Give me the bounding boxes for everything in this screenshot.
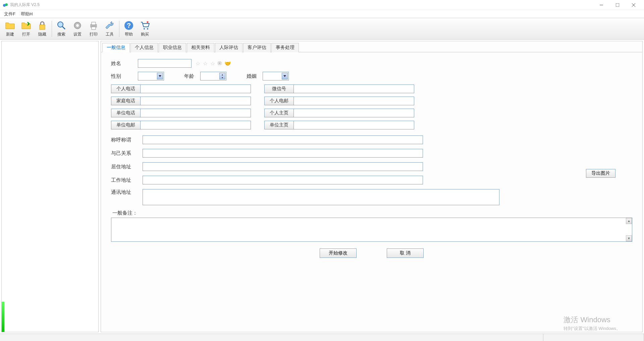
tb-search[interactable]: 搜索 bbox=[53, 19, 69, 38]
input-personal-email[interactable] bbox=[293, 97, 414, 105]
content-panel: 一般信息 个人信息 职业信息 相关资料 人际评估 客户评估 事务处理 姓名 ☆ … bbox=[101, 41, 643, 332]
input-mail-addr[interactable] bbox=[143, 189, 499, 205]
combo-gender[interactable] bbox=[138, 72, 164, 80]
money-icon[interactable]: ֎ bbox=[217, 60, 222, 66]
gear-icon bbox=[72, 20, 83, 31]
svg-point-1 bbox=[5, 3, 8, 6]
btn-home-phone[interactable]: 家庭电话 bbox=[111, 97, 141, 105]
star-icon[interactable]: ☆ bbox=[210, 60, 215, 67]
cancel-button[interactable]: 取 消 bbox=[387, 248, 424, 258]
svg-rect-12 bbox=[92, 22, 96, 25]
tb-buy[interactable]: 购买 bbox=[137, 19, 153, 38]
wrench-icon bbox=[104, 20, 115, 31]
textarea-remarks[interactable]: ▲▼ bbox=[111, 218, 632, 242]
btn-personal-email[interactable]: 个人电邮 bbox=[264, 97, 294, 105]
svg-point-7 bbox=[58, 22, 63, 27]
svg-line-8 bbox=[62, 26, 65, 29]
btn-work-page[interactable]: 单位主页 bbox=[264, 121, 294, 129]
input-work-email[interactable] bbox=[140, 121, 251, 129]
combo-marriage[interactable] bbox=[263, 72, 289, 80]
btn-personal-phone[interactable]: 个人电话 bbox=[111, 84, 141, 93]
label-remarks: 一般备注： bbox=[112, 210, 632, 216]
menu-file[interactable]: 文件F bbox=[1, 10, 18, 18]
input-relation[interactable] bbox=[143, 149, 423, 158]
btn-personal-page[interactable]: 个人主页 bbox=[264, 109, 294, 117]
tab-customer[interactable]: 客户评估 bbox=[243, 43, 271, 52]
input-work-addr[interactable] bbox=[143, 176, 423, 184]
tb-tools[interactable]: 工具 bbox=[102, 19, 118, 38]
help-icon: ? bbox=[123, 20, 134, 31]
star-icon[interactable]: ☆ bbox=[196, 60, 200, 67]
menu-help[interactable]: 帮助H bbox=[18, 10, 35, 18]
menubar: 文件F 帮助H bbox=[0, 10, 644, 18]
main-area: 一般信息 个人信息 职业信息 相关资料 人际评估 客户评估 事务处理 姓名 ☆ … bbox=[0, 40, 644, 334]
input-work-page[interactable] bbox=[293, 121, 414, 129]
print-icon bbox=[88, 20, 99, 31]
tab-interpersonal[interactable]: 人际评估 bbox=[215, 43, 243, 52]
spinner-age[interactable]: ▲▼ bbox=[200, 72, 226, 80]
titlebar: 我的人际库 V2.5 bbox=[0, 0, 644, 10]
tab-career[interactable]: 职业信息 bbox=[159, 43, 186, 52]
form-area: 姓名 ☆ ☆ ☆ ֎ 🤝 性别 年龄 ▲▼ bbox=[101, 52, 642, 332]
tb-new[interactable]: 新建 bbox=[2, 19, 18, 38]
label-gender: 性别 bbox=[111, 73, 138, 79]
tab-strip: 一般信息 个人信息 职业信息 相关资料 人际评估 客户评估 事务处理 bbox=[101, 41, 642, 52]
tab-related[interactable]: 相关资料 bbox=[187, 43, 214, 52]
window-controls bbox=[594, 0, 641, 10]
cart-icon bbox=[140, 20, 150, 31]
label-mail-addr: 通讯地址 bbox=[111, 189, 143, 195]
svg-point-10 bbox=[76, 24, 79, 27]
input-home-phone[interactable] bbox=[140, 97, 251, 105]
btn-work-email[interactable]: 单位电邮 bbox=[111, 121, 141, 129]
tb-open[interactable]: 打开 bbox=[18, 19, 34, 38]
btn-work-phone[interactable]: 单位电话 bbox=[111, 109, 141, 117]
minimize-button[interactable] bbox=[594, 0, 609, 10]
lock-icon bbox=[37, 20, 48, 31]
tb-settings[interactable]: 设置 bbox=[69, 19, 86, 38]
label-relation: 与己关系 bbox=[111, 150, 143, 157]
toolbar-separator bbox=[119, 21, 119, 37]
input-nickname[interactable] bbox=[143, 135, 423, 144]
input-work-phone[interactable] bbox=[140, 109, 251, 117]
tab-general[interactable]: 一般信息 bbox=[102, 43, 130, 52]
input-personal-phone[interactable] bbox=[140, 84, 251, 93]
svg-rect-3 bbox=[616, 3, 619, 7]
sidebar-tree[interactable] bbox=[1, 41, 99, 332]
statusbar bbox=[0, 334, 644, 341]
svg-point-17 bbox=[147, 28, 148, 30]
handshake-icon[interactable]: 🤝 bbox=[224, 60, 231, 67]
tb-print[interactable]: 打印 bbox=[86, 19, 102, 38]
close-button[interactable] bbox=[626, 0, 641, 10]
folder-open-icon bbox=[21, 20, 32, 31]
svg-text:?: ? bbox=[127, 22, 131, 29]
sidebar-grip bbox=[2, 302, 4, 332]
label-work-addr: 工作地址 bbox=[111, 177, 143, 183]
svg-point-16 bbox=[144, 28, 145, 30]
input-home-addr[interactable] bbox=[143, 162, 423, 171]
window-title: 我的人际库 V2.5 bbox=[10, 2, 594, 8]
folder-new-icon bbox=[5, 20, 15, 31]
tb-hide[interactable]: 隐藏 bbox=[34, 19, 50, 38]
input-wechat[interactable] bbox=[293, 84, 414, 93]
tab-personal[interactable]: 个人信息 bbox=[130, 43, 158, 52]
start-edit-button[interactable]: 开始修改 bbox=[320, 248, 357, 258]
btn-wechat[interactable]: 微信号 bbox=[264, 84, 294, 93]
export-image-button[interactable]: 导出图片 bbox=[586, 169, 615, 178]
maximize-button[interactable] bbox=[610, 0, 625, 10]
input-personal-page[interactable] bbox=[293, 109, 414, 117]
input-name[interactable] bbox=[138, 59, 192, 68]
tab-affairs[interactable]: 事务处理 bbox=[271, 43, 299, 52]
rating-icons: ☆ ☆ ☆ ֎ 🤝 bbox=[195, 60, 231, 67]
label-nickname: 称呼称谓 bbox=[111, 137, 143, 143]
search-icon bbox=[56, 20, 67, 31]
svg-rect-6 bbox=[40, 25, 45, 30]
scrollbar[interactable]: ▲▼ bbox=[626, 218, 632, 241]
tb-help[interactable]: ? 帮助 bbox=[121, 19, 137, 38]
label-name: 姓名 bbox=[111, 60, 138, 67]
star-icon[interactable]: ☆ bbox=[203, 60, 208, 67]
svg-rect-13 bbox=[92, 27, 96, 30]
toolbar: 新建 打开 隐藏 搜索 设置 打印 工具 ? 帮助 购买 bbox=[0, 18, 644, 40]
app-icon bbox=[3, 2, 8, 8]
label-age: 年龄 bbox=[184, 73, 200, 79]
label-marriage: 婚姻 bbox=[247, 73, 263, 79]
